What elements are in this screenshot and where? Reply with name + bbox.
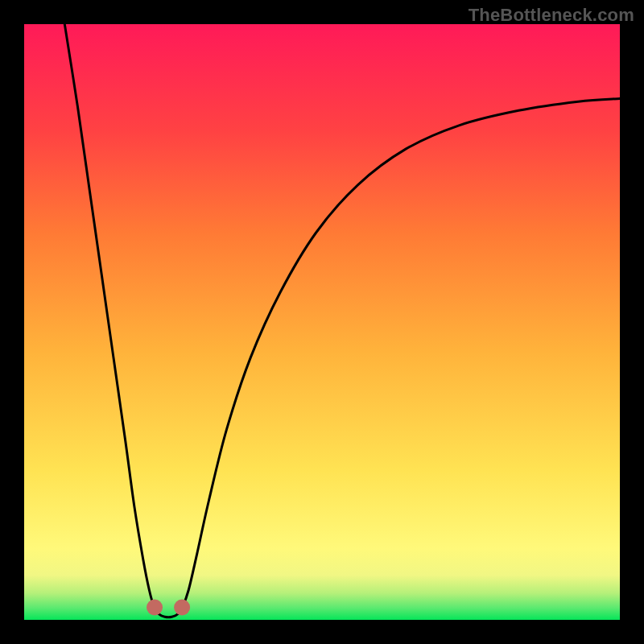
marker-right-foot — [174, 599, 190, 615]
marker-left-foot — [147, 599, 163, 615]
plot-frame — [24, 24, 620, 620]
attribution-label: TheBottleneck.com — [469, 5, 634, 26]
chart-background — [24, 24, 620, 620]
chart-svg — [24, 24, 620, 620]
